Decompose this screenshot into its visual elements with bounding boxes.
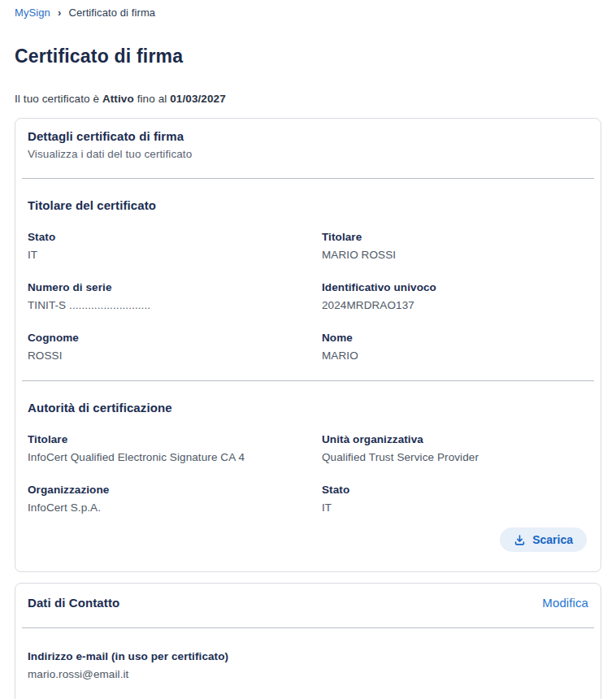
field-titolare: Titolare MARIO ROSSI [322, 230, 588, 262]
field-value: IT [28, 248, 322, 262]
contact-card: Dati di Contatto Modifica Indirizzo e-ma… [15, 583, 601, 699]
download-button[interactable]: Scarica [500, 528, 587, 552]
field-label: Numero di serie [28, 280, 322, 294]
details-card-subtitle: Visualizza i dati del tuo certificato [28, 148, 588, 160]
field-label: Identificativo univoco [322, 280, 588, 294]
field-value: InfoCert S.p.A. [28, 501, 322, 514]
breadcrumb: MySign › Certificato di firma [15, 3, 601, 19]
section-certificate-holder: Titolare del certificato Stato IT Titola… [15, 179, 601, 363]
field-value: Qualified Trust Service Provider [322, 450, 588, 464]
field-grid: Titolare InfoCert Qualified Electronic S… [28, 432, 588, 514]
field-label: Indirizzo e-mail (in uso per certificato… [28, 649, 588, 663]
status-date: 01/03/2027 [170, 93, 226, 105]
field-value: MARIO ROSSI [322, 248, 588, 262]
field-ca-stato: Stato IT [322, 483, 588, 514]
status-middle: fino al [137, 93, 167, 105]
details-card-title: Dettagli certificato di firma [28, 129, 588, 143]
field-nome: Nome MARIO [322, 331, 588, 363]
breadcrumb-link-mysign[interactable]: MySign [15, 7, 50, 19]
field-email: Indirizzo e-mail (in uso per certificato… [15, 628, 601, 699]
field-label: Titolare [322, 230, 588, 244]
field-stato: Stato IT [28, 230, 322, 262]
breadcrumb-separator-icon: › [58, 7, 61, 18]
breadcrumb-current: Certificato di firma [68, 7, 155, 19]
field-label: Stato [28, 230, 322, 244]
field-value: 2024MRDRAO137 [322, 298, 588, 312]
details-card-actions: Scarica [15, 514, 601, 571]
section-title: Titolare del certificato [28, 198, 588, 212]
details-card-header: Dettagli certificato di firma Visualizza… [15, 119, 601, 160]
field-ca-titolare: Titolare InfoCert Qualified Electronic S… [28, 432, 322, 464]
field-value: TINIT-S .......................... [28, 298, 322, 312]
field-identificativo-univoco: Identificativo univoco 2024MRDRAO137 [322, 280, 588, 312]
contact-card-title: Dati di Contatto [28, 596, 119, 610]
page-title: Certificato di firma [15, 46, 601, 67]
status-prefix: Il tuo certificato è [15, 93, 99, 105]
field-label: Organizzazione [28, 483, 322, 497]
section-certification-authority: Autorità di certificazione Titolare Info… [15, 381, 601, 514]
download-icon [514, 534, 526, 546]
field-numero-di-serie: Numero di serie TINIT-S ................… [28, 280, 322, 312]
contact-card-header: Dati di Contatto Modifica [15, 584, 601, 610]
certificate-status-text: Il tuo certificato è Attivo fino al 01/0… [15, 93, 601, 105]
field-label: Stato [322, 483, 588, 497]
field-unita-organizzativa: Unità organizzativa Qualified Trust Serv… [322, 432, 588, 464]
field-value: InfoCert Qualified Electronic Signature … [28, 450, 322, 464]
field-value: mario.rossi@email.it [28, 667, 588, 681]
field-value: ROSSI [28, 349, 322, 363]
page: MySign › Certificato di firma Certificat… [0, 0, 616, 699]
field-value: IT [322, 501, 588, 514]
edit-link[interactable]: Modifica [542, 596, 588, 610]
status-state: Attivo [102, 93, 134, 105]
download-button-label: Scarica [532, 533, 573, 546]
field-cognome: Cognome ROSSI [28, 331, 322, 363]
field-label: Cognome [28, 331, 322, 345]
field-organizzazione: Organizzazione InfoCert S.p.A. [28, 483, 322, 514]
section-title: Autorità di certificazione [28, 401, 588, 415]
field-label: Titolare [28, 432, 322, 446]
details-card: Dettagli certificato di firma Visualizza… [15, 118, 601, 572]
field-value: MARIO [322, 349, 588, 363]
field-grid: Stato IT Titolare MARIO ROSSI Numero di … [28, 230, 588, 363]
field-label: Nome [322, 331, 588, 345]
field-label: Unità organizzativa [322, 432, 588, 446]
